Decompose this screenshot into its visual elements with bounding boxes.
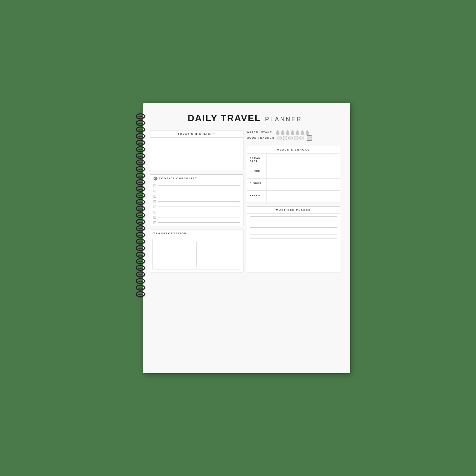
transport-cell[interactable] <box>197 250 238 258</box>
water-drop[interactable] <box>291 130 294 135</box>
checklist-item[interactable] <box>154 195 240 198</box>
checkbox[interactable] <box>154 221 156 224</box>
mood-icon <box>307 135 312 141</box>
meal-label: SNACK <box>247 191 267 203</box>
places-title: MUST SEE PLACES <box>247 207 340 214</box>
meal-content[interactable] <box>267 179 340 190</box>
notebook: DAILY TRAVEL PLANNER TODAY'S HIGHLIGHT ✓… <box>126 103 350 373</box>
highlight-content[interactable] <box>150 138 243 171</box>
checkbox[interactable] <box>154 184 156 187</box>
spiral-coil <box>136 271 145 277</box>
water-drop[interactable] <box>300 130 304 135</box>
checklist-item[interactable] <box>154 216 240 219</box>
spiral-coil <box>136 232 145 238</box>
spiral-coil <box>136 166 145 172</box>
meal-content[interactable] <box>267 166 340 178</box>
checklist-line <box>158 222 240 223</box>
highlight-title: TODAY'S HIGHLIGHT <box>150 130 243 138</box>
place-line <box>250 238 337 238</box>
transport-cell[interactable] <box>155 258 197 266</box>
mood-faces <box>277 136 304 140</box>
water-drop[interactable] <box>286 130 290 135</box>
meals-section: MEALS & SNACKS BREAK FASTLUNCHDINNERSNAC… <box>247 146 340 203</box>
mood-face[interactable] <box>299 136 304 140</box>
checklist-section: ✓ TODAY'S CHECKLIST <box>150 174 243 226</box>
checklist-icon: ✓ <box>154 177 157 181</box>
checklist-line <box>158 201 240 202</box>
place-line <box>250 227 337 228</box>
spiral-coil <box>136 173 145 179</box>
checklist-item[interactable] <box>154 200 240 203</box>
meal-row: SNACK <box>247 190 340 203</box>
checkbox[interactable] <box>154 200 156 203</box>
checklist-line <box>158 185 240 186</box>
transportation-section: TRANSPORTATION <box>150 230 243 272</box>
right-column: WATER INTAKE MOOD TRACKER <box>247 130 340 272</box>
water-drop[interactable] <box>305 130 309 135</box>
places-lines <box>247 214 340 241</box>
spiral-coil <box>136 153 145 159</box>
transport-cell[interactable] <box>155 242 197 250</box>
spiral-coil <box>136 212 145 218</box>
transport-grid <box>152 239 241 269</box>
spiral-coil <box>136 140 145 146</box>
mood-tracker-row: MOOD TRACKER <box>247 135 340 141</box>
title-sub: PLANNER <box>265 116 302 123</box>
spiral-coil <box>136 159 145 165</box>
water-label: WATER INTAKE <box>247 131 273 134</box>
transport-cell[interactable] <box>197 258 238 266</box>
checklist-item[interactable] <box>154 184 240 187</box>
transport-cell[interactable] <box>197 242 238 250</box>
content-area: TODAY'S HIGHLIGHT ✓ TODAY'S CHECKLIST <box>150 130 340 272</box>
water-drop[interactable] <box>295 130 299 135</box>
place-line <box>250 216 337 217</box>
checklist-line <box>158 217 240 217</box>
highlight-section: TODAY'S HIGHLIGHT <box>150 130 243 171</box>
water-drops <box>276 130 309 135</box>
spiral-coil <box>136 192 145 198</box>
checklist-line <box>158 207 240 207</box>
spiral-coil <box>136 285 145 291</box>
checklist-line <box>158 196 240 196</box>
checklist-item[interactable] <box>154 190 240 192</box>
transportation-title: TRANSPORTATION <box>154 232 187 235</box>
mood-face[interactable] <box>277 136 282 140</box>
meal-row: DINNER <box>247 178 340 190</box>
spiral-coil <box>136 291 145 297</box>
place-line <box>250 224 337 224</box>
spiral-coil <box>136 238 145 244</box>
water-intake-row: WATER INTAKE <box>247 130 340 135</box>
water-drop[interactable] <box>276 130 280 135</box>
checkbox[interactable] <box>154 190 156 192</box>
checklist-header: ✓ TODAY'S CHECKLIST <box>150 175 243 182</box>
transport-cell[interactable] <box>155 250 197 258</box>
meal-content[interactable] <box>267 191 340 203</box>
mood-label: MOOD TRACKER <box>247 136 274 139</box>
water-drop[interactable] <box>281 130 285 135</box>
mood-face[interactable] <box>283 136 287 140</box>
checklist-item[interactable] <box>154 221 240 224</box>
spiral-binding <box>135 113 145 363</box>
spiral-coil <box>136 245 145 251</box>
checklist-item[interactable] <box>154 206 240 208</box>
spiral-coil <box>136 225 145 231</box>
place-line <box>250 235 337 235</box>
checklist-item[interactable] <box>154 211 240 213</box>
checkbox[interactable] <box>154 206 156 208</box>
page-header: DAILY TRAVEL PLANNER <box>150 113 340 124</box>
checkbox[interactable] <box>154 216 156 219</box>
place-line <box>250 231 337 231</box>
meal-label: LUNCH <box>247 166 267 178</box>
checklist-items <box>150 182 243 226</box>
mood-face[interactable] <box>288 136 293 140</box>
meals-list: BREAK FASTLUNCHDINNERSNACK <box>247 154 340 203</box>
checkbox[interactable] <box>154 211 156 213</box>
checklist-line <box>158 191 240 191</box>
spiral-coil <box>136 278 145 284</box>
spiral-coil <box>136 252 145 258</box>
left-column: TODAY'S HIGHLIGHT ✓ TODAY'S CHECKLIST <box>150 130 243 272</box>
meal-row: BREAK FAST <box>247 154 340 166</box>
mood-face[interactable] <box>294 136 298 140</box>
checkbox[interactable] <box>154 195 156 198</box>
meal-content[interactable] <box>267 154 340 166</box>
